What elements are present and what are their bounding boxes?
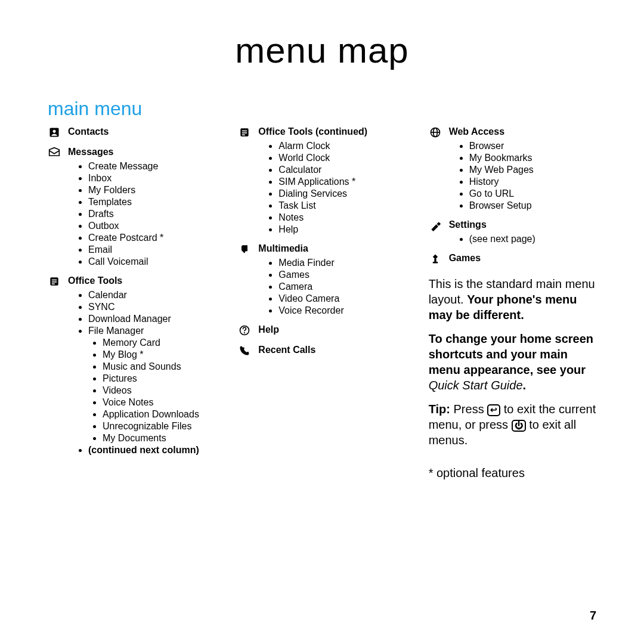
list-item: Templates: [88, 196, 215, 208]
list-item: Outbox: [88, 220, 215, 232]
list-item: Inbox: [88, 172, 215, 184]
settings-heading: Settings: [449, 219, 487, 231]
settings-icon: [429, 219, 442, 232]
list-item: Drafts: [88, 208, 215, 220]
svg-rect-5: [52, 283, 55, 284]
tip-text: Press: [450, 402, 487, 416]
games-icon: [429, 252, 442, 265]
recent-calls-heading: Recent Calls: [258, 344, 315, 356]
list-item: Media Finder: [278, 257, 405, 269]
list-item: SIM Applications *: [278, 176, 405, 188]
office-tools-list: Calendar SYNC Download Manager File Mana…: [48, 289, 215, 456]
office-tools-icon: [48, 275, 61, 288]
svg-point-11: [244, 332, 245, 333]
list-item: Music and Sounds: [103, 361, 215, 373]
list-item: Unrecognizable Files: [103, 420, 215, 432]
messages-heading: Messages: [68, 146, 114, 158]
list-item: Games: [278, 269, 405, 281]
column-1: Contacts Messages Create Message Inbox M…: [48, 126, 215, 481]
web-access-icon: [429, 126, 442, 139]
list-item: Alarm Clock: [278, 140, 405, 152]
list-item: History: [469, 176, 596, 188]
notes-block: This is the standard main menu layout. Y…: [429, 276, 596, 481]
games-heading: Games: [449, 252, 481, 264]
web-access-heading: Web Access: [449, 126, 504, 138]
messages-icon: [48, 146, 61, 159]
list-item: File Manager Memory Card My Blog * Music…: [88, 325, 215, 444]
list-item: Videos: [103, 385, 215, 397]
list-item: Email: [88, 244, 215, 256]
multimedia-icon: [238, 243, 251, 256]
list-item: Memory Card: [103, 337, 215, 349]
help-icon: [238, 324, 251, 337]
list-item: Voice Recorder: [278, 305, 405, 317]
help-heading: Help: [258, 324, 279, 336]
continued-note: (continued next column): [88, 444, 215, 456]
list-item: Video Camera: [278, 293, 405, 305]
office-tools-heading: Office Tools: [68, 275, 122, 287]
svg-rect-16: [432, 262, 437, 264]
list-item: Voice Notes: [103, 397, 215, 408]
list-item: My Bookmarks: [469, 152, 596, 164]
column-2: Office Tools (continued) Alarm Clock Wor…: [238, 126, 405, 481]
note-change: To change your home screen shortcuts and…: [429, 331, 596, 393]
file-manager-label: File Manager: [88, 326, 144, 336]
svg-rect-9: [242, 134, 245, 135]
column-3: Web Access Browser My Bookmarks My Web P…: [429, 126, 596, 481]
list-item: (see next page): [469, 233, 596, 245]
list-item: Calendar: [88, 289, 215, 301]
settings-list: (see next page): [429, 233, 596, 245]
list-item: World Clock: [278, 152, 405, 164]
list-item: Browser: [469, 140, 596, 152]
note-text-bold: To change your home screen shortcuts and…: [429, 332, 593, 376]
list-item: Task List: [278, 200, 405, 212]
list-item: Go to URL: [469, 188, 596, 200]
office-tools-cont-list: Alarm Clock World Clock Calculator SIM A…: [238, 140, 405, 236]
list-item: Application Downloads: [103, 408, 215, 420]
page: menu map main menu Contacts Messages: [0, 0, 644, 644]
note-tip: Tip: Press ↩ to exit the current menu, o…: [429, 401, 596, 448]
list-item: Create Postcard *: [88, 232, 215, 244]
end-key-icon: ⏻: [512, 420, 526, 432]
tip-label: Tip:: [429, 402, 450, 416]
messages-list: Create Message Inbox My Folders Template…: [48, 160, 215, 268]
svg-rect-7: [242, 131, 247, 132]
office-tools-cont-icon: [238, 126, 251, 139]
multimedia-heading: Multimedia: [258, 243, 308, 255]
list-item: Calculator: [278, 164, 405, 176]
note-text-italic: Quick Start Guide: [429, 379, 523, 392]
list-item: My Folders: [88, 184, 215, 196]
back-key-icon: ↩: [487, 404, 500, 416]
note-text-bold: .: [523, 379, 527, 392]
contacts-icon: [48, 126, 61, 139]
optional-features-note: * optional features: [429, 466, 596, 481]
svg-rect-4: [52, 281, 57, 283]
list-item: Pictures: [103, 373, 215, 385]
list-item: My Documents: [103, 432, 215, 444]
svg-rect-15: [434, 259, 436, 262]
list-item: Download Manager: [88, 313, 215, 325]
file-manager-list: Memory Card My Blog * Music and Sounds P…: [88, 337, 215, 444]
web-access-list: Browser My Bookmarks My Web Pages Histor…: [429, 140, 596, 212]
multimedia-list: Media Finder Games Camera Video Camera V…: [238, 257, 405, 317]
list-item: Dialing Services: [278, 188, 405, 200]
list-item: Create Message: [88, 160, 215, 172]
list-item: SYNC: [88, 301, 215, 313]
list-item: My Web Pages: [469, 164, 596, 176]
recent-calls-icon: [238, 344, 251, 357]
list-item: Call Voicemail: [88, 256, 215, 268]
list-item: Help: [278, 224, 405, 236]
svg-point-1: [53, 130, 56, 133]
list-item: My Blog *: [103, 349, 215, 361]
list-item: Notes: [278, 212, 405, 224]
contacts-heading: Contacts: [68, 126, 109, 138]
columns: Contacts Messages Create Message Inbox M…: [48, 126, 596, 481]
office-tools-cont-heading: Office Tools (continued): [258, 126, 367, 138]
list-item: Browser Setup: [469, 200, 596, 212]
svg-rect-3: [52, 280, 57, 281]
list-item: Camera: [278, 281, 405, 293]
note-layout: This is the standard main menu layout. Y…: [429, 276, 596, 323]
page-title: menu map: [48, 30, 596, 71]
section-title: main menu: [48, 98, 596, 120]
svg-rect-8: [242, 132, 247, 134]
